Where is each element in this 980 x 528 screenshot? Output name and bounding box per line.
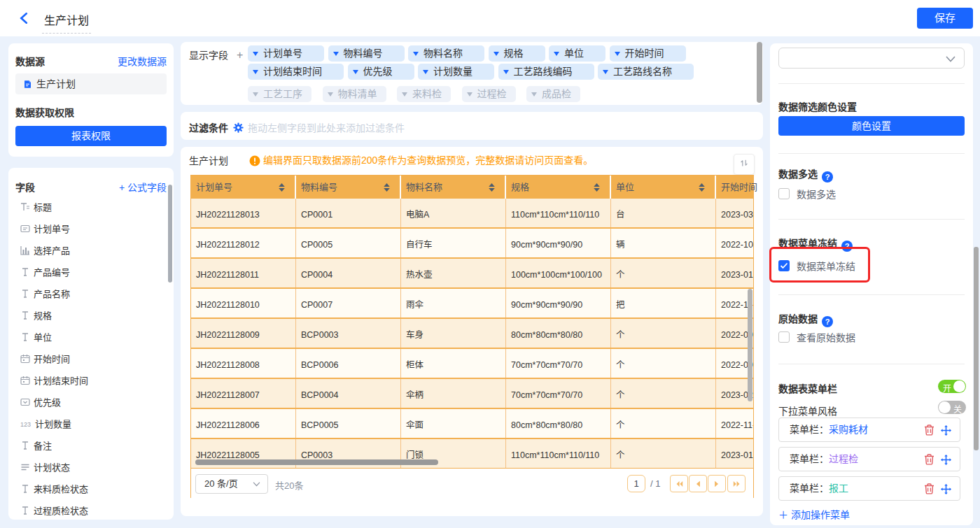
svg-text:123: 123 (20, 421, 31, 428)
